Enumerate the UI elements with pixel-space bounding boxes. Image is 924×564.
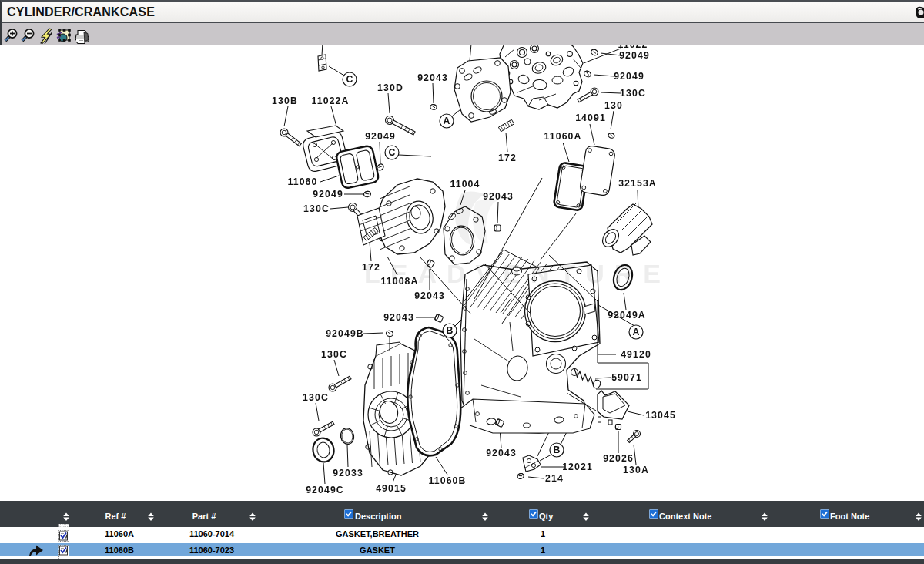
svg-text:92026: 92026 (603, 453, 634, 464)
svg-text:92043: 92043 (483, 191, 514, 202)
svg-text:12021: 12021 (562, 462, 593, 472)
svg-text:130: 130 (604, 100, 623, 111)
svg-text:92033: 92033 (333, 468, 363, 478)
svg-text:A: A (633, 327, 640, 337)
svg-text:214: 214 (545, 473, 564, 484)
svg-text:B: B (447, 325, 454, 336)
svg-text:92049: 92049 (619, 50, 650, 61)
svg-text:11022A: 11022A (312, 96, 350, 106)
svg-text:130B: 130B (272, 96, 298, 106)
svg-text:130C: 130C (303, 203, 330, 214)
svg-text:49120: 49120 (621, 349, 651, 360)
svg-text:130C: 130C (321, 349, 347, 360)
svg-text:11060A: 11060A (544, 131, 582, 142)
svg-text:14091: 14091 (575, 112, 606, 123)
svg-text:92043: 92043 (414, 290, 445, 301)
svg-text:59071: 59071 (611, 372, 642, 383)
svg-text:172: 172 (362, 262, 380, 273)
svg-text:B: B (554, 445, 561, 455)
svg-text:A: A (444, 116, 450, 126)
svg-text:130A: 130A (623, 465, 649, 475)
svg-text:92043: 92043 (486, 448, 517, 458)
svg-text:11060B: 11060B (429, 475, 467, 486)
svg-text:11004: 11004 (450, 179, 480, 190)
svg-text:C: C (346, 74, 353, 85)
svg-text:92049: 92049 (614, 71, 644, 82)
svg-text:172: 172 (498, 153, 517, 163)
svg-text:11060: 11060 (287, 176, 317, 187)
svg-text:92043: 92043 (417, 72, 448, 83)
svg-text:92049: 92049 (313, 189, 343, 200)
svg-text:49015: 49015 (376, 483, 407, 494)
svg-text:92049B: 92049B (326, 328, 364, 339)
svg-text:92049C: 92049C (306, 485, 344, 495)
svg-text:130C: 130C (303, 392, 329, 403)
svg-text:C: C (389, 147, 396, 158)
svg-text:32153A: 32153A (618, 178, 657, 189)
svg-text:92043: 92043 (383, 312, 414, 323)
svg-text:11008A: 11008A (381, 276, 419, 287)
svg-text:92049: 92049 (365, 131, 396, 142)
svg-text:92049A: 92049A (608, 310, 646, 321)
svg-text:130D: 130D (377, 82, 403, 93)
svg-text:130C: 130C (620, 88, 646, 99)
svg-text:13045: 13045 (645, 410, 676, 421)
